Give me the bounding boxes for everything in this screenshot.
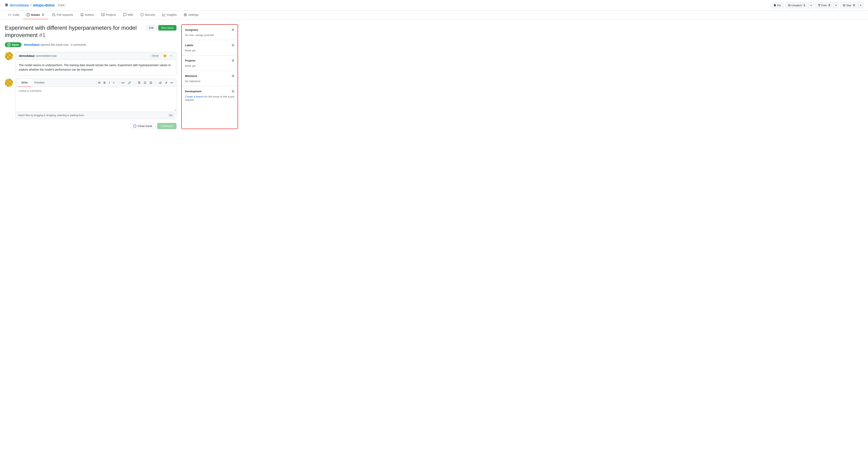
projects-icon xyxy=(101,13,105,17)
tab-issues[interactable]: Issues 1 xyxy=(23,11,48,19)
svg-rect-11 xyxy=(9,56,11,58)
tab-pr-label: Pull requests xyxy=(57,13,73,17)
svg-rect-20 xyxy=(9,79,11,81)
assignees-value: No one—assign yourself xyxy=(185,34,214,37)
svg-rect-5 xyxy=(5,54,7,56)
projects-gear-icon[interactable]: ⚙ xyxy=(231,59,235,63)
open-label: Open xyxy=(12,43,19,46)
ordered-list-icon[interactable]: ☷ xyxy=(143,81,147,85)
comment-button[interactable]: Comment xyxy=(157,123,177,129)
unwatch-label: Unwatch xyxy=(792,4,802,7)
mention-icon[interactable]: @ xyxy=(158,81,162,85)
star-button[interactable]: Star 0 xyxy=(840,3,859,8)
code-icon xyxy=(8,13,11,17)
tab-projects[interactable]: Projects xyxy=(98,11,119,19)
development-gear-icon[interactable]: ⚙ xyxy=(231,90,235,93)
svg-rect-28 xyxy=(9,83,11,85)
development-header: Development ⚙ xyxy=(185,90,235,93)
unwatch-button[interactable]: Unwatch 1 xyxy=(785,3,809,8)
org-link[interactable]: demodataai xyxy=(10,3,29,7)
tab-wiki[interactable]: Wiki xyxy=(120,11,136,19)
create-branch-link[interactable]: Create a branch xyxy=(185,95,204,98)
unordered-list-icon[interactable]: ☰ xyxy=(137,81,141,85)
quote-icon[interactable]: ≡ xyxy=(112,81,115,85)
undo-icon[interactable]: ↩ xyxy=(170,81,174,85)
star-button-group: Star 0 ▾ xyxy=(840,2,863,8)
svg-rect-4 xyxy=(11,52,13,54)
svg-rect-16 xyxy=(11,58,13,60)
fork-button[interactable]: Fork 0 xyxy=(815,3,834,8)
emoji-button[interactable]: 🙂 xyxy=(162,54,167,58)
tab-wiki-label: Wiki xyxy=(128,13,133,17)
issues-icon xyxy=(27,13,30,17)
tab-security[interactable]: Security xyxy=(137,11,158,19)
cross-ref-icon[interactable]: ⇗ xyxy=(164,81,168,85)
unwatch-dropdown[interactable]: ▾ xyxy=(809,3,813,8)
milestone-title: Milestone xyxy=(185,74,197,77)
tab-settings-label: Settings xyxy=(188,13,198,17)
task-list-icon[interactable]: ☑ xyxy=(149,81,153,85)
assignees-header: Assignees ⚙ xyxy=(185,28,235,32)
main-content: Experiment with different hyperparameter… xyxy=(0,20,243,134)
pin-label: Pin xyxy=(777,4,781,7)
current-user-avatar xyxy=(5,79,13,87)
issue-author-link[interactable]: demodataai xyxy=(24,43,40,46)
issues-badge: 1 xyxy=(41,13,45,17)
markdown-icon: MD xyxy=(168,113,174,117)
labels-title: Labels xyxy=(185,44,193,47)
svg-rect-1 xyxy=(5,52,7,54)
milestone-section: Milestone ⚙ No milestone xyxy=(182,71,238,86)
tab-actions[interactable]: Actions xyxy=(77,11,97,19)
projects-section: Projects ⚙ None yet xyxy=(182,56,238,71)
tab-security-label: Security xyxy=(145,13,155,17)
eye-icon xyxy=(788,4,791,7)
svg-rect-22 xyxy=(5,81,7,83)
preview-tab[interactable]: Preview xyxy=(31,79,48,87)
svg-rect-29 xyxy=(11,83,13,85)
svg-rect-12 xyxy=(11,56,13,58)
unwatch-button-group: Unwatch 1 ▾ xyxy=(785,2,813,8)
italic-icon[interactable]: I xyxy=(108,81,111,85)
milestone-gear-icon[interactable]: ⚙ xyxy=(231,74,235,78)
close-issue-button[interactable]: Close issue xyxy=(130,123,156,129)
labels-gear-icon[interactable]: ⚙ xyxy=(231,43,235,47)
comment-thread: demodataai commented now Owner 🙂 ··· The… xyxy=(5,52,177,129)
labels-header: Labels ⚙ xyxy=(185,43,235,47)
repo-link[interactable]: mlops-demo xyxy=(33,3,55,7)
svg-rect-7 xyxy=(9,54,11,56)
write-comment-row: Write Preview H B I ≡ <> 🔗 xyxy=(5,79,177,129)
star-dropdown[interactable]: ▾ xyxy=(859,3,863,8)
issue-separator: · xyxy=(69,43,71,46)
tab-code[interactable]: Code xyxy=(5,11,23,19)
tab-code-label: Code xyxy=(12,13,19,17)
pin-button[interactable]: Pin xyxy=(771,3,784,8)
svg-rect-30 xyxy=(5,85,7,87)
issue-number: #1 xyxy=(39,32,45,38)
security-icon xyxy=(141,13,144,17)
svg-rect-31 xyxy=(7,85,9,87)
tab-actions-label: Actions xyxy=(85,13,94,17)
repo-actions: Pin Unwatch 1 ▾ Fork 0 ▾ Star 0 ▾ xyxy=(771,2,863,8)
write-tabs: Write Preview H B I ≡ <> 🔗 xyxy=(16,79,176,87)
repo-icon xyxy=(5,4,8,7)
wiki-icon xyxy=(123,13,126,17)
code-block-icon[interactable]: <> xyxy=(120,81,125,85)
heading-icon[interactable]: H xyxy=(97,81,101,85)
tab-insights[interactable]: Insights xyxy=(159,11,180,19)
new-issue-button[interactable]: New issue xyxy=(158,25,177,31)
star-count: 0 xyxy=(852,4,856,7)
svg-rect-24 xyxy=(9,81,11,83)
bold-icon[interactable]: B xyxy=(103,81,106,85)
svg-rect-14 xyxy=(7,58,9,60)
assignees-title: Assignees xyxy=(185,28,198,31)
assignees-gear-icon[interactable]: ⚙ xyxy=(231,28,235,32)
fork-dropdown[interactable]: ▾ xyxy=(834,3,838,8)
comment-menu-button[interactable]: ··· xyxy=(169,54,173,58)
write-tab[interactable]: Write xyxy=(18,79,31,87)
tab-pull-requests[interactable]: Pull requests xyxy=(49,11,76,19)
edit-button[interactable]: Edit xyxy=(146,25,157,31)
comment-textarea[interactable] xyxy=(16,87,176,111)
tab-settings[interactable]: Settings xyxy=(181,11,202,19)
link-icon[interactable]: 🔗 xyxy=(127,81,132,85)
svg-rect-32 xyxy=(9,85,11,87)
